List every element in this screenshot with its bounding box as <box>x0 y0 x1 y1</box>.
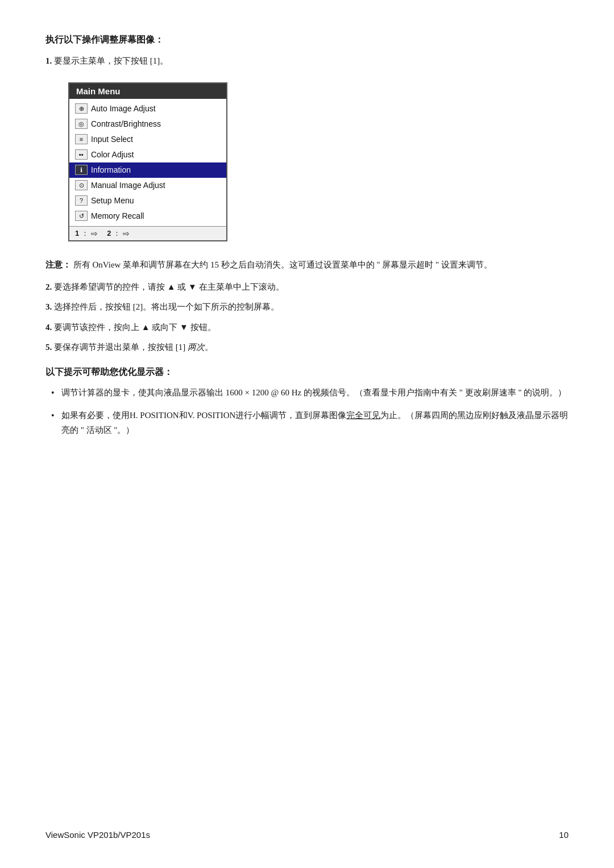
menu-title: Main Menu <box>69 84 226 99</box>
main-menu-box: Main Menu ⊕ Auto Image Adjust ◎ Contrast… <box>68 82 227 241</box>
menu-item-color-adjust[interactable]: ▪▪ Color Adjust <box>69 147 226 162</box>
memory-recall-icon: ↺ <box>75 211 88 221</box>
step1-text: 要显示主菜单，按下按钮 [1]。 <box>54 56 168 65</box>
btn2-label: 2 ： ⇨ <box>107 228 130 239</box>
menu-item-contrast-brightness[interactable]: ◎ Contrast/Brightness <box>69 116 226 132</box>
menu-item-label: Auto Image Adjust <box>91 103 156 115</box>
setup-menu-icon: ? <box>75 195 88 206</box>
menu-item-label: Contrast/Brightness <box>91 118 161 130</box>
menu-item-input-select[interactable]: ≡ Input Select <box>69 132 226 147</box>
menu-item-memory-recall[interactable]: ↺ Memory Recall <box>69 208 226 224</box>
step1: 1. 要显示主菜单，按下按钮 [1]。 <box>45 54 569 69</box>
menu-item-auto-image-adjust[interactable]: ⊕ Auto Image Adjust <box>69 101 226 116</box>
color-adjust-icon: ▪▪ <box>75 149 88 160</box>
menu-items-list: ⊕ Auto Image Adjust ◎ Contrast/Brightnes… <box>69 99 226 226</box>
step2: 2. 要选择希望调节的控件，请按 ▲ 或 ▼ 在主菜单中上下滚动。 <box>45 280 569 295</box>
input-select-icon: ≡ <box>75 134 88 144</box>
step3-number: 3. <box>45 302 52 311</box>
steps-container: 2. 要选择希望调节的控件，请按 ▲ 或 ▼ 在主菜单中上下滚动。 3. 选择控… <box>45 280 569 355</box>
tip2-text-before: 如果有必要，使用H. POSITION和V. POSITION进行小幅调节，直到… <box>61 411 346 420</box>
step5-number: 5. <box>45 343 52 352</box>
manual-image-adjust-icon: ⊙ <box>75 180 88 190</box>
tip1: 调节计算器的显卡，使其向液晶显示器输出 1600 × 1200 @ 60 Hz … <box>51 385 569 400</box>
tips-list: 调节计算器的显卡，使其向液晶显示器输出 1600 × 1200 @ 60 Hz … <box>45 385 569 438</box>
step3-text: 选择控件后，按按钮 [2]。将出现一个如下所示的控制屏幕。 <box>54 302 279 311</box>
step3: 3. 选择控件后，按按钮 [2]。将出现一个如下所示的控制屏幕。 <box>45 300 569 315</box>
menu-item-information[interactable]: ℹ Information <box>69 162 226 178</box>
brand-model: VP201b/VP201s <box>85 830 150 840</box>
brand-name: ViewSonic <box>45 830 85 840</box>
note-label: 注意： <box>45 260 71 269</box>
step2-text: 要选择希望调节的控件，请按 ▲ 或 ▼ 在主菜单中上下滚动。 <box>54 282 284 291</box>
step4-number: 4. <box>45 323 52 332</box>
tip2: 如果有必要，使用H. POSITION和V. POSITION进行小幅调节，直到… <box>51 408 569 438</box>
btn2-arrow-icon: ⇨ <box>123 229 130 238</box>
menu-item-label: Memory Recall <box>91 210 144 222</box>
step4-text: 要调节该控件，按向上 ▲ 或向下 ▼ 按钮。 <box>54 323 216 332</box>
note-paragraph: 注意： 所有 OnView 菜单和调节屏幕在大约 15 秒之后自动消失。这可通过… <box>45 257 569 272</box>
tips-heading: 以下提示可帮助您优化显示器： <box>45 366 569 378</box>
footer-brand: ViewSonic VP201b/VP201s <box>45 830 150 840</box>
step5-text-before: 要保存调节并退出菜单，按按钮 [1] <box>54 343 188 352</box>
contrast-brightness-icon: ◎ <box>75 119 88 129</box>
tip2-text-underline: 完全可见 <box>346 411 380 420</box>
page-footer: ViewSonic VP201b/VP201s 10 <box>45 830 569 840</box>
menu-item-label: Information <box>91 164 131 176</box>
menu-item-label: Input Select <box>91 133 133 145</box>
tip1-text: 调节计算器的显卡，使其向液晶显示器输出 1600 × 1200 @ 60 Hz … <box>61 388 566 397</box>
btn1-arrow-icon: ⇨ <box>91 229 98 238</box>
step5-text-after: 。 <box>205 343 213 352</box>
section1-heading: 执行以下操作调整屏幕图像： <box>45 34 569 46</box>
step5-text-italic: 两次 <box>188 343 205 352</box>
menu-bottom-bar: 1 ： ⇨ 2 ： ⇨ <box>69 226 226 240</box>
step5: 5. 要保存调节并退出菜单，按按钮 [1] 两次。 <box>45 340 569 355</box>
menu-item-label: Color Adjust <box>91 149 134 161</box>
auto-image-adjust-icon: ⊕ <box>75 103 88 114</box>
footer-page-number: 10 <box>559 830 569 840</box>
information-icon: ℹ <box>75 165 88 175</box>
menu-item-label: Setup Menu <box>91 195 134 207</box>
step2-number: 2. <box>45 282 52 291</box>
step4: 4. 要调节该控件，按向上 ▲ 或向下 ▼ 按钮。 <box>45 320 569 335</box>
menu-item-manual-image-adjust[interactable]: ⊙ Manual Image Adjust <box>69 178 226 193</box>
menu-item-label: Manual Image Adjust <box>91 180 165 191</box>
menu-item-setup-menu[interactable]: ? Setup Menu <box>69 193 226 208</box>
tips-section: 以下提示可帮助您优化显示器： 调节计算器的显卡，使其向液晶显示器输出 1600 … <box>45 366 569 438</box>
step1-number: 1. <box>45 56 52 65</box>
note-text: 所有 OnView 菜单和调节屏幕在大约 15 秒之后自动消失。这可通过设置菜单… <box>73 260 492 269</box>
btn1-label: 1 ： ⇨ <box>75 228 98 239</box>
